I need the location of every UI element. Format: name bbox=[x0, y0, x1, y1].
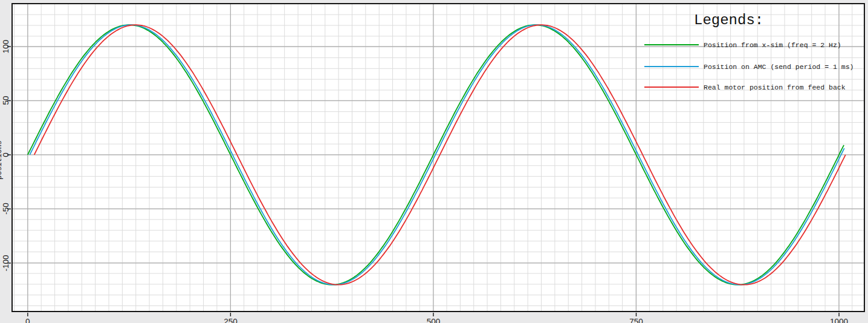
legend-line-swatch-green bbox=[644, 44, 699, 45]
legend-title: Legends: bbox=[694, 12, 763, 28]
legend-item-label: Position from x-sim (freq = 2 Hz) bbox=[704, 41, 841, 49]
chart-canvas: positions 0 250 500 750 1000 100 50 0 -5… bbox=[0, 0, 868, 323]
x-tick-label: 0 bbox=[25, 317, 30, 323]
y-tick-label: 0 bbox=[1, 152, 10, 157]
legend-item: Position from x-sim (freq = 2 Hz) bbox=[644, 41, 841, 49]
y-axis-title: positions bbox=[0, 118, 4, 203]
legend-line-swatch-red bbox=[644, 86, 699, 88]
y-tick-label: -100 bbox=[1, 255, 10, 271]
legend-item-label: Real motor position from feed back bbox=[704, 83, 846, 91]
y-tick-label: 50 bbox=[1, 96, 10, 105]
y-tick-label: -50 bbox=[1, 203, 10, 215]
legend-item: Real motor position from feed back bbox=[644, 83, 846, 91]
x-tick-label: 750 bbox=[629, 317, 643, 323]
legend-item-label: Position on AMC (send period = 1 ms) bbox=[704, 63, 853, 71]
x-tick-label: 1000 bbox=[830, 317, 848, 323]
x-tick-label: 250 bbox=[224, 317, 238, 323]
legend-line-swatch-blue bbox=[644, 66, 699, 67]
legend-item: Position on AMC (send period = 1 ms) bbox=[644, 62, 853, 71]
x-tick-label: 500 bbox=[427, 317, 441, 323]
y-tick-label: 100 bbox=[1, 40, 10, 54]
